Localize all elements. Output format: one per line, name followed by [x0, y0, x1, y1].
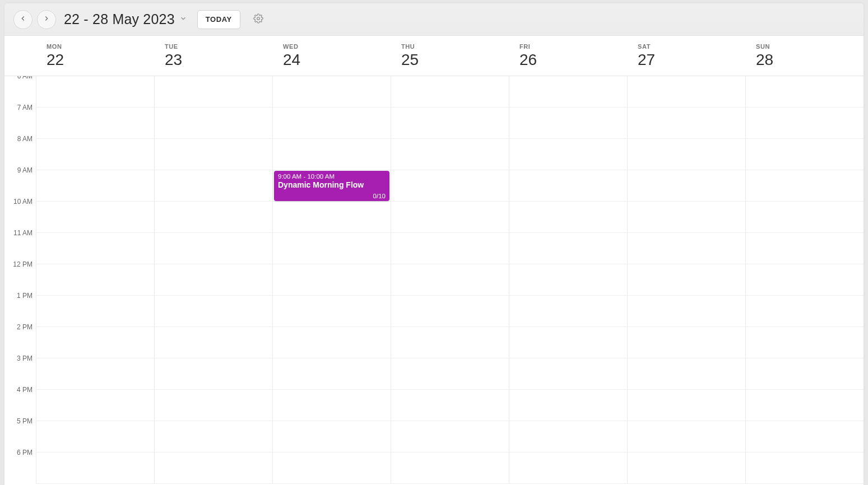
hour-cell[interactable]	[273, 327, 391, 358]
hour-cell[interactable]	[746, 233, 864, 264]
day-column[interactable]	[627, 76, 745, 484]
hour-cell[interactable]	[36, 76, 154, 108]
hour-cell[interactable]	[391, 390, 509, 421]
day-column[interactable]	[391, 76, 509, 484]
hour-cell[interactable]	[391, 358, 509, 390]
hour-cell[interactable]	[746, 358, 864, 390]
hour-cell[interactable]	[391, 264, 509, 296]
hour-cell[interactable]	[509, 170, 627, 202]
hour-cell[interactable]	[273, 358, 391, 390]
hour-cell[interactable]	[155, 327, 272, 358]
hour-cell[interactable]	[155, 233, 272, 264]
hour-cell[interactable]	[391, 296, 509, 327]
hour-cell[interactable]	[509, 453, 627, 484]
hour-cell[interactable]	[509, 139, 627, 170]
day-column[interactable]	[745, 76, 864, 484]
hour-cell[interactable]	[36, 296, 154, 327]
hour-cell[interactable]	[155, 421, 272, 453]
next-week-button[interactable]	[37, 10, 56, 29]
hour-cell[interactable]	[155, 296, 272, 327]
hour-cell[interactable]	[155, 202, 272, 233]
hour-cell[interactable]	[36, 139, 154, 170]
hour-cell[interactable]	[628, 296, 745, 327]
hour-cell[interactable]	[36, 421, 154, 453]
hour-cell[interactable]	[746, 202, 864, 233]
hour-cell[interactable]	[273, 108, 391, 139]
hour-cell[interactable]	[628, 202, 745, 233]
hour-cell[interactable]	[391, 202, 509, 233]
hour-cell[interactable]	[509, 358, 627, 390]
hour-cell[interactable]	[273, 202, 391, 233]
hour-cell[interactable]	[628, 453, 745, 484]
today-button[interactable]: TODAY	[197, 10, 240, 29]
hour-cell[interactable]	[273, 76, 391, 108]
hour-cell[interactable]	[273, 390, 391, 421]
calendar-event[interactable]: 9:00 AM - 10:00 AMDynamic Morning Flow0/…	[274, 171, 389, 201]
hour-cell[interactable]	[391, 453, 509, 484]
day-column[interactable]	[509, 76, 627, 484]
hour-cell[interactable]	[628, 108, 745, 139]
day-column[interactable]	[154, 76, 272, 484]
hour-cell[interactable]	[746, 390, 864, 421]
hour-cell[interactable]	[509, 390, 627, 421]
settings-button[interactable]	[250, 12, 266, 27]
hour-cell[interactable]	[36, 264, 154, 296]
hour-cell[interactable]	[273, 296, 391, 327]
hour-cell[interactable]	[155, 139, 272, 170]
hour-cell[interactable]	[36, 358, 154, 390]
hour-cell[interactable]	[746, 264, 864, 296]
hour-cell[interactable]	[155, 108, 272, 139]
hour-cell[interactable]	[36, 233, 154, 264]
day-header[interactable]: TUE 23	[154, 36, 272, 76]
day-header[interactable]: SAT 27	[627, 36, 745, 76]
calendar-grid-scroll[interactable]: 6 AM7 AM8 AM9 AM10 AM11 AM12 PM1 PM2 PM3…	[4, 76, 864, 485]
hour-cell[interactable]	[36, 327, 154, 358]
hour-cell[interactable]	[509, 76, 627, 108]
hour-cell[interactable]	[36, 202, 154, 233]
hour-cell[interactable]	[155, 358, 272, 390]
hour-cell[interactable]	[509, 421, 627, 453]
hour-cell[interactable]	[391, 139, 509, 170]
hour-cell[interactable]	[155, 453, 272, 484]
hour-cell[interactable]	[509, 327, 627, 358]
hour-cell[interactable]	[628, 358, 745, 390]
hour-cell[interactable]	[628, 421, 745, 453]
hour-cell[interactable]	[628, 264, 745, 296]
hour-cell[interactable]	[746, 108, 864, 139]
hour-cell[interactable]	[628, 327, 745, 358]
hour-cell[interactable]	[36, 108, 154, 139]
hour-cell[interactable]	[36, 390, 154, 421]
hour-cell[interactable]	[746, 421, 864, 453]
day-header[interactable]: WED 24	[272, 36, 391, 76]
hour-cell[interactable]	[155, 76, 272, 108]
hour-cell[interactable]	[509, 264, 627, 296]
day-column[interactable]	[36, 76, 154, 484]
hour-cell[interactable]	[746, 327, 864, 358]
day-header[interactable]: FRI 26	[509, 36, 627, 76]
hour-cell[interactable]	[273, 453, 391, 484]
hour-cell[interactable]	[628, 390, 745, 421]
hour-cell[interactable]	[155, 170, 272, 202]
day-header[interactable]: THU 25	[391, 36, 509, 76]
day-header[interactable]: MON 22	[36, 36, 154, 76]
hour-cell[interactable]	[509, 108, 627, 139]
hour-cell[interactable]	[391, 170, 509, 202]
hour-cell[interactable]	[273, 421, 391, 453]
hour-cell[interactable]	[746, 76, 864, 108]
date-range-picker[interactable]: 22 - 28 May 2023	[64, 11, 187, 27]
hour-cell[interactable]	[509, 202, 627, 233]
hour-cell[interactable]	[391, 233, 509, 264]
hour-cell[interactable]	[273, 233, 391, 264]
hour-cell[interactable]	[391, 76, 509, 108]
hour-cell[interactable]	[273, 264, 391, 296]
day-column[interactable]: 9:00 AM - 10:00 AMDynamic Morning Flow0/…	[272, 76, 391, 484]
hour-cell[interactable]	[391, 327, 509, 358]
hour-cell[interactable]	[509, 233, 627, 264]
hour-cell[interactable]	[746, 139, 864, 170]
hour-cell[interactable]	[746, 296, 864, 327]
hour-cell[interactable]	[155, 264, 272, 296]
hour-cell[interactable]	[628, 233, 745, 264]
hour-cell[interactable]	[155, 390, 272, 421]
hour-cell[interactable]	[36, 170, 154, 202]
hour-cell[interactable]	[628, 76, 745, 108]
